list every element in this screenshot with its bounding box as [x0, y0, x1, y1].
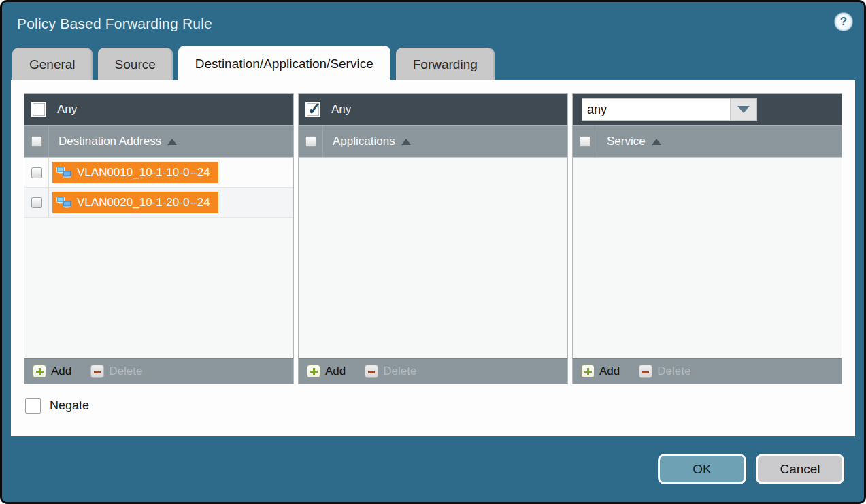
applications-any-checkbox[interactable]	[305, 102, 320, 117]
service-delete-button[interactable]: Delete	[639, 365, 690, 378]
network-address-icon	[56, 197, 71, 208]
service-dropdown-input[interactable]	[582, 98, 731, 121]
address-object-chip[interactable]: VLAN0020_10-1-20-0--24	[52, 192, 218, 213]
columns-container: Any Destination Address	[11, 80, 855, 384]
applications-add-button[interactable]: Add	[307, 365, 346, 378]
destination-row-vlan0020[interactable]: VLAN0020_10-1-20-0--24	[24, 188, 293, 218]
destination-add-button[interactable]: Add	[33, 365, 71, 378]
tab-destination-application-service[interactable]: Destination/Application/Service	[178, 46, 390, 80]
applications-any-bar: Any	[299, 94, 567, 125]
negate-label: Negate	[50, 399, 89, 413]
destination-address-column: Any Destination Address	[24, 93, 294, 384]
applications-toolbar: Add Delete	[299, 358, 567, 384]
page-title: Policy Based Forwarding Rule	[17, 16, 864, 32]
minus-icon	[365, 365, 378, 378]
destination-select-all-checkbox[interactable]	[31, 136, 42, 147]
row-checkbox[interactable]	[31, 167, 42, 178]
policy-based-forwarding-rule-dialog: Policy Based Forwarding Rule ? General S…	[0, 0, 866, 504]
applications-any-label: Any	[331, 103, 351, 116]
sort-ascending-icon	[167, 139, 177, 145]
applications-delete-button[interactable]: Delete	[365, 365, 416, 378]
destination-address-list: VLAN0010_10-1-10-0--24	[24, 158, 293, 358]
service-dropdown-button[interactable]	[731, 98, 757, 121]
cancel-button[interactable]: Cancel	[756, 454, 844, 484]
plus-icon	[307, 365, 320, 378]
destination-any-bar: Any	[24, 94, 293, 125]
applications-column: Any Applications Add	[298, 93, 568, 384]
minus-icon	[639, 365, 652, 378]
tab-bar: General Source Destination/Application/S…	[2, 46, 864, 80]
minus-icon	[90, 365, 104, 378]
destination-address-column-header[interactable]: Destination Address	[24, 125, 293, 158]
tab-general[interactable]: General	[12, 48, 93, 80]
destination-any-label: Any	[57, 103, 77, 116]
service-dropdown	[582, 98, 757, 121]
plus-icon	[581, 365, 595, 378]
address-object-label: VLAN0010_10-1-10-0--24	[77, 166, 210, 180]
tab-forwarding[interactable]: Forwarding	[396, 48, 495, 80]
service-column-header[interactable]: Service	[573, 125, 842, 158]
chevron-down-icon	[737, 106, 750, 113]
tab-source[interactable]: Source	[98, 48, 173, 80]
service-toolbar: Add Delete	[573, 358, 842, 384]
applications-list	[299, 158, 567, 358]
service-header-label: Service	[607, 135, 646, 148]
plus-icon	[33, 365, 46, 378]
sort-ascending-icon	[652, 139, 661, 145]
negate-checkbox[interactable]	[25, 398, 41, 414]
service-dropdown-bar	[573, 94, 842, 125]
service-add-button[interactable]: Add	[581, 365, 620, 378]
applications-column-header[interactable]: Applications	[299, 125, 567, 158]
applications-select-all-checkbox[interactable]	[305, 136, 316, 147]
destination-delete-button[interactable]: Delete	[90, 365, 142, 378]
applications-header-label: Applications	[333, 135, 395, 148]
service-select-all-checkbox[interactable]	[580, 136, 590, 147]
content-panel: Any Destination Address	[11, 80, 855, 436]
destination-address-header-label: Destination Address	[59, 135, 161, 148]
help-icon[interactable]: ?	[835, 13, 852, 31]
network-address-icon	[56, 167, 71, 178]
address-object-chip[interactable]: VLAN0010_10-1-10-0--24	[52, 162, 218, 183]
address-object-label: VLAN0020_10-1-20-0--24	[77, 196, 210, 209]
dialog-actions: OK Cancel	[658, 454, 844, 484]
service-column: Service Add Delete	[572, 93, 842, 384]
negate-row: Negate	[25, 398, 855, 414]
service-list	[573, 158, 842, 358]
destination-any-checkbox[interactable]	[31, 102, 46, 117]
destination-toolbar: Add Delete	[24, 358, 293, 384]
ok-button[interactable]: OK	[658, 454, 746, 484]
title-bar: Policy Based Forwarding Rule ?	[2, 2, 864, 46]
destination-row-vlan0010[interactable]: VLAN0010_10-1-10-0--24	[24, 158, 293, 188]
row-checkbox[interactable]	[31, 197, 42, 208]
sort-ascending-icon	[401, 139, 411, 145]
